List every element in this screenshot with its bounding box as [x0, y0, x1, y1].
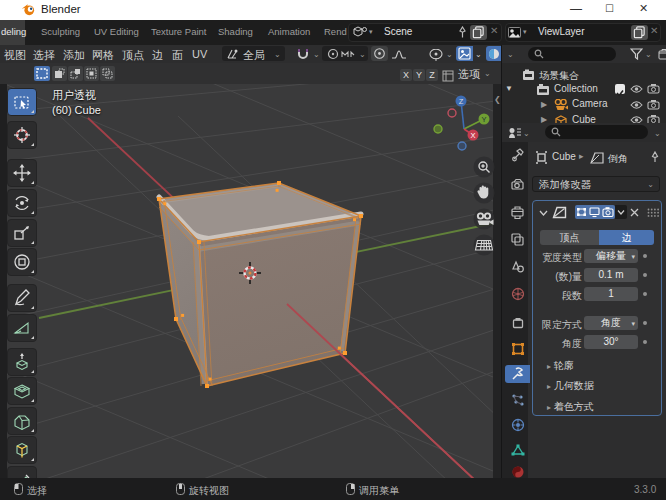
- svg-text:X: X: [470, 131, 475, 140]
- svg-text:Z: Z: [459, 97, 464, 106]
- svg-text:Y: Y: [481, 115, 486, 124]
